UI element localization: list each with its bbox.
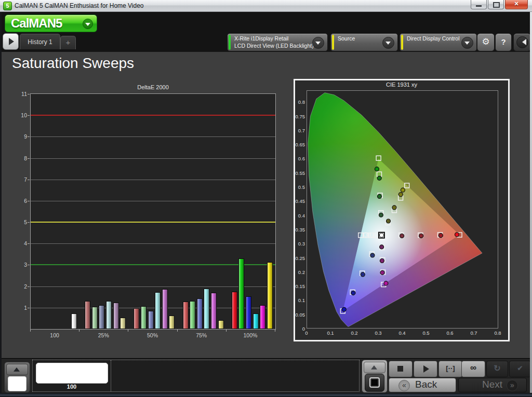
next-label: Next bbox=[482, 379, 502, 390]
source-dropdown[interactable]: Source bbox=[330, 33, 398, 51]
main-content: Saturation Sweeps DeltaE 2000 CIE 1931 x… bbox=[0, 52, 532, 358]
y-axis-tick bbox=[28, 201, 30, 201]
help-button[interactable]: ? bbox=[495, 33, 512, 51]
bar-green-25% bbox=[92, 307, 98, 329]
cie-y-label: 0.75 bbox=[295, 114, 305, 119]
cie-y-label: 0.4 bbox=[295, 213, 305, 218]
bar-blue-50% bbox=[148, 311, 154, 329]
bar-red-25% bbox=[85, 301, 90, 329]
cie-y-label: 0.05 bbox=[295, 312, 305, 318]
bar-cyan-25% bbox=[106, 301, 112, 329]
cie-x-label: 0.3 bbox=[371, 330, 385, 336]
help-icon: ? bbox=[501, 37, 506, 46]
window-border-right bbox=[530, 11, 532, 393]
chevron-double-left-icon: « bbox=[398, 380, 410, 391]
measured-point-red-25pct bbox=[400, 234, 404, 238]
add-tab-button[interactable]: + bbox=[60, 36, 76, 49]
measured-point-blue-75pct bbox=[351, 291, 355, 295]
display-control-dropdown[interactable]: Direct Display Control bbox=[400, 33, 477, 51]
pattern-color-swatch[interactable] bbox=[8, 376, 26, 391]
collapse-panel-button[interactable] bbox=[513, 33, 531, 51]
measured-point-yellow-50pct bbox=[392, 206, 396, 210]
maximize-button[interactable] bbox=[488, 0, 504, 9]
y-axis-tick bbox=[28, 158, 30, 159]
bar-red-50% bbox=[134, 308, 139, 329]
x-axis-tick bbox=[79, 330, 79, 332]
close-icon: ✕ bbox=[506, 1, 527, 7]
maximize-icon bbox=[493, 2, 500, 8]
chevron-down-icon bbox=[83, 19, 93, 29]
y-axis-tick bbox=[28, 180, 30, 180]
continuous-measure-button[interactable]: ∞ bbox=[461, 361, 485, 377]
next-button[interactable]: Next » bbox=[458, 378, 527, 392]
x-axis-label: 50% bbox=[137, 332, 168, 338]
reference-line-5 bbox=[31, 222, 275, 223]
bar-yellow-75% bbox=[218, 320, 224, 329]
window-border-bottom bbox=[0, 393, 532, 397]
cie-y-label: 0.65 bbox=[295, 142, 305, 147]
chevron-double-right-icon: » bbox=[507, 380, 518, 391]
white-point-measured bbox=[379, 233, 383, 237]
bar-yellow-50% bbox=[169, 316, 175, 329]
cie-y-label: 0.6 bbox=[295, 156, 305, 161]
x-axis-tick bbox=[226, 330, 227, 332]
bar-blue-100% bbox=[246, 296, 251, 329]
cie-chart-panel: CIE 1931 xy bbox=[294, 79, 510, 341]
bar-white-100 bbox=[71, 313, 77, 329]
cie-x-label: 0.5 bbox=[419, 330, 433, 336]
bar-magenta-50% bbox=[162, 289, 168, 329]
cie-chart-title: CIE 1931 xy bbox=[295, 81, 508, 88]
cie-y-label: 0.25 bbox=[295, 255, 305, 261]
cie-x-label: 0.2 bbox=[347, 330, 362, 336]
tab-history-1[interactable]: History 1 bbox=[20, 34, 60, 49]
target-popup-button[interactable] bbox=[364, 362, 385, 373]
play-button[interactable] bbox=[414, 361, 437, 377]
measure-series-button[interactable]: [··] bbox=[438, 361, 462, 377]
y-axis-tick bbox=[28, 286, 30, 287]
back-button[interactable]: « Back bbox=[389, 378, 456, 392]
bar-green-50% bbox=[141, 306, 147, 329]
y-axis-label: 1 bbox=[14, 305, 27, 311]
accept-button[interactable]: ✔ bbox=[509, 361, 531, 377]
meter-status-stripe bbox=[229, 35, 231, 50]
measured-point-blue-50pct bbox=[361, 272, 365, 277]
top-strip: CalMAN5 History 1 + X-Rite i1Display Ret… bbox=[0, 11, 532, 52]
bar-cyan-75% bbox=[204, 289, 209, 329]
cie-diagram bbox=[307, 91, 498, 328]
play-icon bbox=[423, 365, 429, 373]
calman-logo-menu[interactable]: CalMAN5 bbox=[5, 15, 97, 32]
bar-magenta-100% bbox=[260, 305, 265, 329]
refresh-button[interactable]: ↻ bbox=[486, 361, 508, 377]
pattern-strip: 100 bbox=[32, 360, 360, 392]
measured-point-magenta-25pct bbox=[380, 245, 384, 249]
meter-line2: LCD Direct View (LED Backlight) bbox=[234, 43, 314, 49]
source-label: Source bbox=[338, 35, 355, 42]
bar-magenta-25% bbox=[113, 303, 119, 329]
pattern-cell[interactable]: 100 bbox=[33, 360, 111, 391]
titlebar[interactable]: 5 CalMAN 5 CalMAN Enthusiast for Home Vi… bbox=[0, 0, 532, 12]
minimize-button[interactable] bbox=[471, 0, 487, 9]
measured-point-green-50pct bbox=[377, 194, 381, 198]
x-axis-label: 75% bbox=[186, 332, 217, 338]
bar-blue-75% bbox=[197, 298, 203, 329]
pattern-popup-button[interactable] bbox=[6, 364, 28, 375]
meter-dropdown[interactable]: X-Rite i1Display Retail LCD Direct View … bbox=[227, 33, 328, 51]
grid-line-7 bbox=[31, 180, 275, 180]
tab-scroll-button[interactable] bbox=[3, 33, 19, 50]
settings-button[interactable]: ⚙ bbox=[477, 33, 495, 51]
x-axis-label: 100 bbox=[39, 332, 70, 338]
measured-point-blue-100pct bbox=[342, 307, 346, 311]
gear-icon: ⚙ bbox=[482, 37, 489, 47]
window-title: CalMAN 5 CalMAN Enthusiast for Home Vide… bbox=[15, 2, 144, 9]
bar-red-75% bbox=[183, 302, 189, 329]
stop-button[interactable] bbox=[389, 361, 413, 377]
y-axis-tick bbox=[28, 222, 30, 223]
target-window-button[interactable] bbox=[365, 374, 384, 392]
window-border-left bbox=[0, 11, 2, 393]
back-label: Back bbox=[415, 379, 437, 390]
source-status-stripe bbox=[332, 35, 334, 50]
close-button[interactable]: ✕ bbox=[505, 0, 528, 9]
display-label: Direct Display Control bbox=[407, 35, 460, 42]
pattern-color-panel bbox=[4, 362, 30, 393]
x-axis-tick bbox=[30, 330, 31, 332]
